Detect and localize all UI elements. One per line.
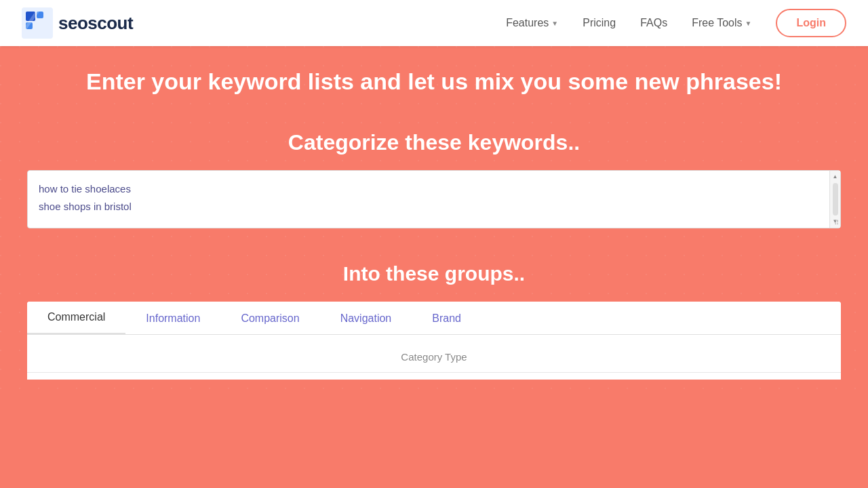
tab-commercial[interactable]: Commercial bbox=[27, 302, 125, 335]
logo[interactable]: seoscout bbox=[22, 7, 133, 39]
keyword-textarea[interactable]: how to tie shoelaces shoe shops in brist… bbox=[28, 171, 840, 225]
tab-navigation[interactable]: Navigation bbox=[320, 303, 412, 334]
category-type-label: Category Type bbox=[27, 348, 841, 365]
groups-title: Into these groups.. bbox=[27, 262, 841, 285]
tab-brand[interactable]: Brand bbox=[412, 303, 481, 334]
nav-free-tools[interactable]: Free Tools ▼ bbox=[692, 17, 751, 29]
content-divider bbox=[27, 372, 841, 373]
free-tools-dropdown-icon: ▼ bbox=[745, 20, 752, 27]
resize-handle-icon[interactable]: ⠿ bbox=[834, 219, 839, 226]
logo-text: seoscout bbox=[58, 13, 133, 34]
tabs-container: Commercial Information Comparison Naviga… bbox=[27, 302, 841, 380]
navbar: seoscout Features ▼ Pricing FAQs Free To… bbox=[0, 0, 868, 46]
tabs-header: Commercial Information Comparison Naviga… bbox=[27, 302, 841, 335]
main-content: Enter your keyword lists and let us mix … bbox=[0, 46, 868, 400]
nav-features[interactable]: Features ▼ bbox=[506, 17, 558, 29]
features-dropdown-icon: ▼ bbox=[551, 20, 558, 27]
nav-links: Features ▼ Pricing FAQs Free Tools ▼ Log… bbox=[506, 9, 846, 37]
login-button[interactable]: Login bbox=[776, 9, 846, 37]
nav-pricing[interactable]: Pricing bbox=[583, 17, 616, 29]
tabs-content: Category Type bbox=[27, 335, 841, 380]
nav-faqs[interactable]: FAQs bbox=[640, 17, 667, 29]
logo-icon bbox=[22, 7, 53, 39]
categorize-title: Categorize these keywords.. bbox=[27, 130, 841, 155]
scroll-track bbox=[833, 183, 838, 216]
tab-information[interactable]: Information bbox=[125, 303, 220, 334]
keyword-textarea-wrapper: how to tie shoelaces shoe shops in brist… bbox=[27, 170, 841, 228]
hero-headline: Enter your keyword lists and let us mix … bbox=[27, 46, 841, 96]
scroll-up-arrow: ▲ bbox=[833, 172, 838, 182]
tab-comparison[interactable]: Comparison bbox=[220, 303, 319, 334]
